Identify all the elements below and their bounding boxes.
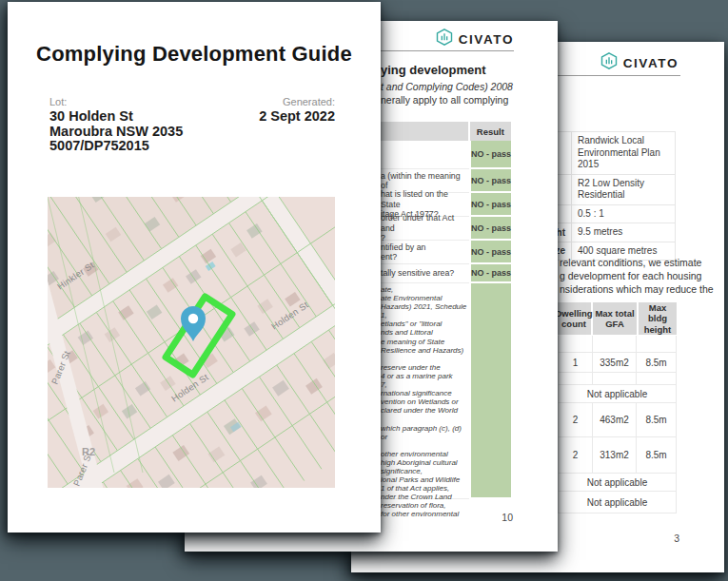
gfa-cell: 463m2 (592, 403, 636, 436)
result-badge: NO - pass (469, 241, 511, 264)
zone-label-r2: R2 (82, 446, 95, 457)
result-badge (469, 283, 511, 499)
lot-label: Lot: (49, 96, 183, 107)
site-aerial-map: Hinkler St Holden St Holden St Parer St … (48, 197, 335, 488)
height-cell: 8.5m (636, 353, 676, 372)
compliance-row: ntified by an ent? NO - pass (381, 241, 511, 264)
lot-info: Lot: 30 Holden St Maroubra NSW 2035 5007… (49, 96, 183, 154)
result-badge: NO - pass (469, 264, 511, 283)
section-heading-fragment: ying development (381, 63, 486, 77)
compliance-table: Result NO - pass a (within the meaning o… (381, 122, 511, 499)
gfa-cell: 313m2 (592, 437, 636, 473)
height-cell: 8.5m (636, 437, 676, 473)
civato-logo: CIVATO (435, 28, 514, 50)
result-badge: NO - pass (469, 193, 511, 217)
compliance-row: ate, ate Environmental Hazards) 2021, Sc… (381, 283, 511, 499)
civato-wordmark: CIVATO (623, 56, 679, 70)
generated-info: Generated: 2 Sept 2022 (259, 96, 335, 125)
compliance-row: order under that Act and ? NO - pass (381, 217, 511, 241)
page-number: 3 (674, 533, 679, 544)
result-badge: NO - pass (469, 217, 511, 241)
summary-value: 0.5 : 1 (571, 205, 675, 223)
dwelling-count-cell: 2 (558, 437, 592, 473)
column-header-max-bldg-height: Max bldg height (639, 302, 677, 335)
column-header-max-total-gfa: Max total GFA (593, 302, 637, 335)
dwelling-count-cell: 2 (558, 403, 592, 436)
result-badge: NO - pass (469, 169, 511, 193)
gfa-cell: 335m2 (592, 353, 636, 372)
question-cell: order under that Act and ? (381, 217, 469, 241)
aerial-map-graphic: Hinkler St Holden St Holden St Parer St … (48, 197, 335, 488)
lot-address: 30 Holden St Maroubra NSW 2035 5007/DP75… (49, 109, 183, 154)
not-applicable-cell: Not applicable (558, 474, 676, 491)
dwelling-count-cell: 1 (558, 353, 592, 372)
report-title: Complying Development Guide (8, 42, 381, 67)
result-column-header: Result (468, 122, 511, 141)
intro-line-fragment: nerally apply to all complying (381, 94, 513, 107)
summary-value: 9.5 metres (571, 223, 675, 242)
cover-sheet: Complying Development Guide Lot: 30 Hold… (8, 2, 381, 533)
not-applicable-cell: Not applicable (558, 492, 676, 513)
legislation-name-fragment: t and Complying Codes) 2008 (381, 81, 513, 94)
intro-text: t and Complying Codes) 2008 nerally appl… (381, 81, 513, 107)
question-cell: ntified by an ent? (381, 241, 469, 264)
compliance-table-header: Result (381, 122, 511, 141)
civato-hex-building-icon (600, 51, 619, 74)
result-badge: NO - pass (469, 141, 511, 169)
civato-hex-building-icon (435, 28, 454, 50)
page-number: 10 (502, 512, 513, 523)
not-applicable-cell: Not applicable (558, 385, 676, 402)
compliance-row: NO - pass (381, 141, 511, 169)
civato-wordmark: CIVATO (459, 32, 514, 47)
height-cell: 8.5m (636, 403, 676, 436)
summary-value: Randwick Local Environmental Plan 2015 (571, 132, 675, 174)
civato-logo: CIVATO (600, 51, 679, 74)
column-header-dwelling-count: Dwelling count (557, 302, 591, 335)
compliance-row: tally sensitive area? NO - pass (381, 264, 511, 283)
question-cell: ate, ate Environmental Hazards) 2021, Sc… (381, 283, 469, 499)
generated-label: Generated: (259, 96, 335, 107)
summary-value: R2 Low Density Residential (571, 175, 675, 204)
generated-date: 2 Sept 2022 (259, 109, 335, 125)
estimate-paragraph-fragment: relevant conditions, we estimate g devel… (560, 257, 714, 296)
question-cell (381, 141, 469, 169)
question-cell: tally sensitive area? (381, 264, 469, 283)
